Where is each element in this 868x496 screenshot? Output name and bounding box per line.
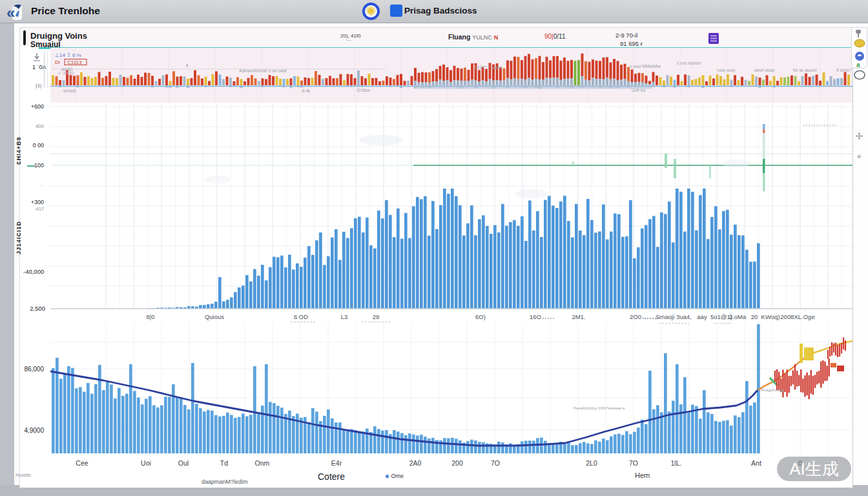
svg-text:Poswbhlyt/jby 30%?aiwewa w: Poswbhlyt/jby 30%?aiwewa w bbox=[574, 406, 625, 410]
svg-text:Ⅱ: Ⅱ bbox=[186, 63, 188, 68]
svg-text:⊥14 ⇧ 6 ⅛: ⊥14 ⇧ 6 ⅛ bbox=[55, 52, 81, 58]
svg-text:tt tu/ou?: tt tu/ou? bbox=[836, 68, 852, 72]
svg-text:Adkrwvntvhnwl s ow uwal: Adkrwvntvhnwl s ow uwal bbox=[239, 68, 287, 73]
svg-text:Uutr ka: Uutr ka bbox=[632, 88, 645, 92]
svg-text:swwl uloas: swwl uloas bbox=[754, 68, 775, 72]
svg-text:c ouu kaoooi: c ouu kaoooi bbox=[677, 61, 701, 65]
svg-text:↓Γ AA50: ↓Γ AA50 bbox=[57, 71, 74, 76]
svg-text:Gr3stw: Gr3stw bbox=[356, 88, 370, 92]
svg-text:«: « bbox=[6, 4, 15, 21]
svg-text:F/|1F′′′ ′′′ wwrw: F/|1F′′′ ′′′ wwrw bbox=[475, 65, 502, 70]
svg-text:✛: ✛ bbox=[855, 130, 863, 141]
svg-text:. . . -8.4k: . . . -8.4k bbox=[294, 88, 311, 93]
svg-text:C1113: C1113 bbox=[67, 59, 82, 65]
svg-text:ruuk uuoy: ruuk uuoy bbox=[717, 68, 736, 73]
svg-text:a: a bbox=[856, 61, 860, 68]
svg-text:Di: Di bbox=[55, 59, 60, 65]
svg-text:Roagpfmalgg: Roagpfmalgg bbox=[761, 388, 784, 392]
svg-text:✳: ✳ bbox=[856, 153, 862, 160]
svg-text:wnoe6: wnoe6 bbox=[63, 88, 76, 93]
svg-text:fur au auuurr: fur au auuurr bbox=[793, 68, 818, 72]
svg-text:s ouu/ MMAAAw: s ouu/ MMAAAw bbox=[630, 64, 661, 68]
